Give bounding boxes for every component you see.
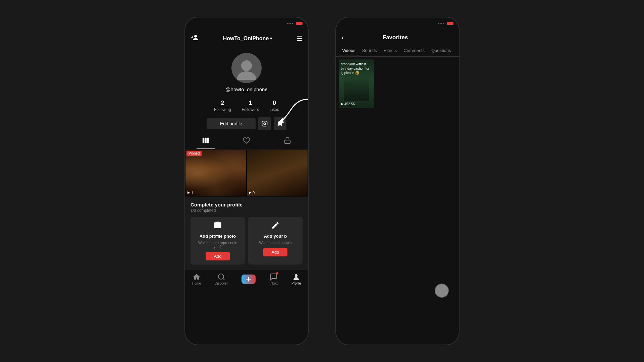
left-phone: HowTo_OniPhone ▾ ☰ @howto_oniphone 2 Fol… <box>184 17 309 345</box>
svg-point-12 <box>218 274 224 279</box>
favorites-header: ‹ Favorites <box>336 29 459 45</box>
svg-marker-14 <box>341 103 343 105</box>
tab-private[interactable] <box>278 134 297 149</box>
dot-3 <box>292 23 293 24</box>
left-phone-content: HowTo_OniPhone ▾ ☰ @howto_oniphone 2 Fol… <box>185 29 308 345</box>
add-user-icon[interactable] <box>191 34 199 44</box>
chevron-down-icon: ▾ <box>270 36 272 41</box>
following-count: 2 <box>221 100 224 107</box>
nav-discover-label: Discover <box>215 282 228 285</box>
play-count-2: 0 <box>248 191 255 195</box>
svg-point-0 <box>241 60 252 71</box>
stats-row: 2 Following 1 Followers 0 Likes <box>185 100 308 112</box>
add-bio-subtitle: What should people <box>259 241 291 245</box>
complete-profile-progress: 1/3 completed <box>191 208 303 213</box>
dot-2 <box>289 23 291 24</box>
bottom-nav: Home Discover <box>185 269 308 290</box>
nav-profile-label: Profile <box>291 282 301 285</box>
content-tabs <box>185 134 308 149</box>
svg-rect-9 <box>285 140 290 143</box>
nav-discover[interactable]: Discover <box>215 273 228 285</box>
camera-icon <box>213 221 222 232</box>
nav-home[interactable]: Home <box>192 273 201 285</box>
fav-tab-comments[interactable]: Comments <box>400 45 428 56</box>
following-label: Following <box>214 107 231 112</box>
followers-stat[interactable]: 1 Followers <box>242 100 259 112</box>
bookmark-button[interactable] <box>274 117 286 130</box>
dot-r1 <box>438 23 439 24</box>
svg-rect-7 <box>205 138 207 143</box>
edit-profile-button[interactable]: Edit profile <box>207 118 256 129</box>
header-username[interactable]: HowTo_OniPhone ▾ <box>223 36 272 42</box>
add-bio-title: Add your b <box>264 234 287 239</box>
nav-inbox[interactable]: Inbox <box>269 273 277 285</box>
inbox-notification-dot <box>276 272 278 275</box>
profile-header: HowTo_OniPhone ▾ ☰ <box>185 29 308 48</box>
add-photo-subtitle: Which photo represents you? <box>195 241 241 249</box>
hamburger-menu-icon[interactable]: ☰ <box>297 35 303 43</box>
favorites-title: Favorites <box>348 34 443 41</box>
svg-point-4 <box>266 122 266 123</box>
fav-tab-questions[interactable]: Questions <box>428 45 454 56</box>
add-bio-card: Add your b What should people Add <box>248 217 303 264</box>
action-buttons: Edit profile <box>185 116 308 131</box>
svg-rect-8 <box>207 138 209 143</box>
tab-videos[interactable] <box>197 134 215 149</box>
floating-action-button[interactable] <box>435 284 449 298</box>
svg-point-13 <box>295 274 298 277</box>
fav-tab-effects[interactable]: Effects <box>380 45 400 56</box>
signal-dots <box>287 23 293 24</box>
play-count-1: 1 <box>187 191 193 195</box>
username-handle: @howto_oniphone <box>225 86 267 92</box>
fav-video-count: 452.5K <box>341 102 355 106</box>
svg-rect-6 <box>203 138 205 143</box>
add-photo-button[interactable]: Add <box>206 252 229 260</box>
phone-top-bar <box>185 17 308 29</box>
right-battery-indicator <box>447 22 453 25</box>
dot-1 <box>287 23 288 24</box>
followers-label: Followers <box>242 107 259 112</box>
favorites-content: drop your wittiest birthday caption for … <box>336 57 459 345</box>
nav-inbox-label: Inbox <box>269 282 277 285</box>
video-thumb-2[interactable]: 0 <box>247 149 308 196</box>
avatar <box>231 53 262 83</box>
right-phone: ‹ Favorites Videos Sounds Effects Commen… <box>335 17 460 345</box>
likes-count: 0 <box>273 100 276 107</box>
nav-profile[interactable]: Profile <box>291 273 301 285</box>
svg-point-1 <box>237 71 256 80</box>
pinned-badge: Pinned <box>186 151 202 156</box>
right-phone-top-bar <box>336 17 459 29</box>
add-photo-title: Add profile photo <box>200 234 236 239</box>
likes-stat[interactable]: 0 Likes <box>270 100 279 112</box>
favorite-video-1[interactable]: drop your wittiest birthday caption for … <box>339 59 374 108</box>
favorites-tabs: Videos Sounds Effects Comments Questions <box>336 45 459 57</box>
add-bio-button[interactable]: Add <box>263 248 287 256</box>
video-grid: Pinned 1 0 <box>185 149 308 196</box>
svg-point-3 <box>264 123 266 125</box>
video-thumb-1[interactable]: 1 <box>185 149 247 196</box>
following-stat[interactable]: 2 Following <box>214 100 231 112</box>
complete-profile-title: Complete your profile <box>191 202 303 207</box>
battery-indicator <box>296 22 303 25</box>
tab-liked[interactable] <box>237 134 256 149</box>
complete-profile-cards: Add profile photo Which photo represents… <box>191 217 303 264</box>
add-photo-card: Add profile photo Which photo represents… <box>191 217 245 264</box>
nav-create[interactable] <box>241 275 256 284</box>
svg-rect-2 <box>262 121 267 126</box>
fav-tab-sounds[interactable]: Sounds <box>359 45 380 56</box>
dot-r3 <box>443 23 444 24</box>
svg-marker-10 <box>187 191 190 194</box>
followers-count: 1 <box>249 100 252 107</box>
nav-home-label: Home <box>192 282 201 285</box>
instagram-button[interactable] <box>258 117 271 130</box>
edit-icon <box>271 221 280 232</box>
right-signal-dots <box>438 23 444 24</box>
back-button[interactable]: ‹ <box>341 34 344 41</box>
complete-profile-section: Complete your profile 1/3 completed Add … <box>185 197 308 269</box>
right-phone-content: ‹ Favorites Videos Sounds Effects Commen… <box>336 29 459 345</box>
fav-tab-videos[interactable]: Videos <box>339 45 359 56</box>
dot-r2 <box>440 23 442 24</box>
svg-marker-11 <box>249 191 251 194</box>
create-button[interactable] <box>241 275 256 284</box>
avatar-section: @howto_oniphone <box>185 48 308 95</box>
